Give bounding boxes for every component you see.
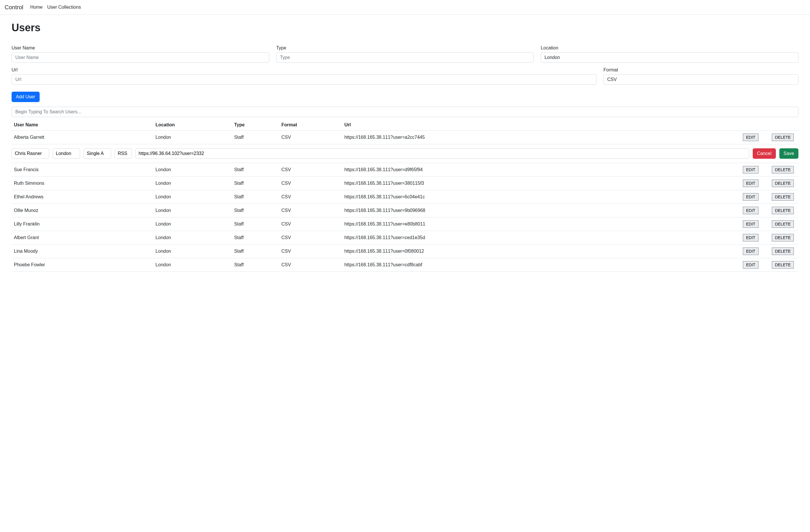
edit-button[interactable]: EDIT: [743, 261, 759, 269]
cell-format: CSV: [279, 177, 342, 190]
table-row: Lina Moody London Staff CSV https://168.…: [12, 245, 798, 258]
cell-username: Sue Francis: [12, 163, 153, 177]
cell-url: https://168.165.38.111?user=6c04e41c: [342, 190, 741, 204]
cell-type: Staff: [232, 163, 279, 177]
delete-button[interactable]: DELETE: [772, 134, 794, 141]
delete-button[interactable]: DELETE: [772, 248, 794, 255]
th-location: Location: [153, 119, 232, 131]
cell-location: London: [153, 163, 232, 177]
cell-location: London: [153, 204, 232, 217]
cell-format: CSV: [279, 190, 342, 204]
format-input[interactable]: [603, 74, 798, 85]
table-row: Alberta Garrett London Staff CSV https:/…: [12, 131, 798, 144]
cell-url: https://168.165.38.111?user=e80b8011: [342, 217, 741, 231]
cell-format: CSV: [279, 258, 342, 272]
cell-username: Phoebe Fowler: [12, 258, 153, 272]
cell-format: CSV: [279, 231, 342, 245]
users-table: User Name Location Type Format Url Alber…: [12, 119, 798, 272]
cell-location: London: [153, 131, 232, 144]
cell-type: Staff: [232, 258, 279, 272]
cell-format: CSV: [279, 131, 342, 144]
cell-location: London: [153, 190, 232, 204]
edit-button[interactable]: EDIT: [743, 166, 759, 173]
th-url: Url: [342, 119, 741, 131]
delete-button[interactable]: DELETE: [772, 220, 794, 228]
cell-username: Albert Grant: [12, 231, 153, 245]
url-input[interactable]: [12, 74, 597, 85]
edit-button[interactable]: EDIT: [743, 248, 759, 255]
th-type: Type: [232, 119, 279, 131]
delete-button[interactable]: DELETE: [772, 180, 794, 187]
cell-username: Lilly Franklin: [12, 217, 153, 231]
cell-location: London: [153, 217, 232, 231]
location-input[interactable]: [541, 52, 798, 63]
delete-button[interactable]: DELETE: [772, 166, 794, 173]
cell-type: Staff: [232, 177, 279, 190]
location-label: Location: [541, 45, 798, 51]
edit-username-input[interactable]: [12, 148, 49, 159]
edit-button[interactable]: EDIT: [743, 193, 759, 201]
username-label: User Name: [12, 45, 269, 51]
table-row: Phoebe Fowler London Staff CSV https://1…: [12, 258, 798, 272]
cancel-button[interactable]: Cancel: [753, 148, 776, 159]
edit-location-input[interactable]: [53, 148, 80, 159]
edit-type-input[interactable]: [84, 148, 111, 159]
cell-type: Staff: [232, 217, 279, 231]
nav-link-home[interactable]: Home: [28, 2, 45, 12]
cell-format: CSV: [279, 204, 342, 217]
edit-format-input[interactable]: [115, 148, 132, 159]
table-row: Sue Francis London Staff CSV https://168…: [12, 163, 798, 177]
delete-button[interactable]: DELETE: [772, 261, 794, 269]
cell-username: Ruth Simmons: [12, 177, 153, 190]
delete-button[interactable]: DELETE: [772, 207, 794, 214]
type-input[interactable]: [276, 52, 534, 63]
save-button[interactable]: Save: [779, 148, 798, 159]
format-label: Format: [603, 67, 798, 72]
table-row: Cancel Save: [12, 144, 798, 163]
cell-url: https://168.165.38.111?user=cdf8cabf: [342, 258, 741, 272]
cell-type: Staff: [232, 190, 279, 204]
edit-button[interactable]: EDIT: [743, 220, 759, 228]
username-input[interactable]: [12, 52, 269, 63]
cell-username: Lina Moody: [12, 245, 153, 258]
table-row: Albert Grant London Staff CSV https://16…: [12, 231, 798, 245]
navbar: Control Home User Collections: [0, 0, 810, 15]
cell-type: Staff: [232, 204, 279, 217]
cell-url: https://168.165.38.111?user=9b096968: [342, 204, 741, 217]
edit-button[interactable]: EDIT: [743, 134, 759, 141]
cell-url: https://168.165.38.111?user=ced1e35d: [342, 231, 741, 245]
type-label: Type: [276, 45, 534, 51]
cell-format: CSV: [279, 163, 342, 177]
th-username: User Name: [12, 119, 153, 131]
cell-type: Staff: [232, 245, 279, 258]
table-row: Ollie Munoz London Staff CSV https://168…: [12, 204, 798, 217]
add-user-button[interactable]: Add User: [12, 92, 39, 102]
table-row: Ruth Simmons London Staff CSV https://16…: [12, 177, 798, 190]
th-format: Format: [279, 119, 342, 131]
url-label: Url: [12, 67, 597, 72]
edit-url-input[interactable]: [135, 148, 749, 159]
cell-url: https://168.165.38.111?user=0f080012: [342, 245, 741, 258]
cell-location: London: [153, 177, 232, 190]
cell-location: London: [153, 245, 232, 258]
cell-username: Alberta Garrett: [12, 131, 153, 144]
cell-type: Staff: [232, 131, 279, 144]
edit-button[interactable]: EDIT: [743, 207, 759, 214]
navbar-brand[interactable]: Control: [5, 4, 23, 11]
cell-username: Ethel Andrews: [12, 190, 153, 204]
cell-location: London: [153, 258, 232, 272]
edit-button[interactable]: EDIT: [743, 180, 759, 187]
delete-button[interactable]: DELETE: [772, 193, 794, 201]
cell-url: https://168.165.38.111?user=d9f65f94: [342, 163, 741, 177]
edit-button[interactable]: EDIT: [743, 234, 759, 242]
page-title: Users: [12, 22, 798, 34]
cell-location: London: [153, 231, 232, 245]
search-users-input[interactable]: [12, 107, 798, 117]
cell-type: Staff: [232, 231, 279, 245]
nav-link-user-collections[interactable]: User Collections: [45, 2, 83, 12]
cell-format: CSV: [279, 217, 342, 231]
cell-url: https://168.165.38.111?user=a2cc7445: [342, 131, 741, 144]
delete-button[interactable]: DELETE: [772, 234, 794, 242]
cell-format: CSV: [279, 245, 342, 258]
cell-username: Ollie Munoz: [12, 204, 153, 217]
